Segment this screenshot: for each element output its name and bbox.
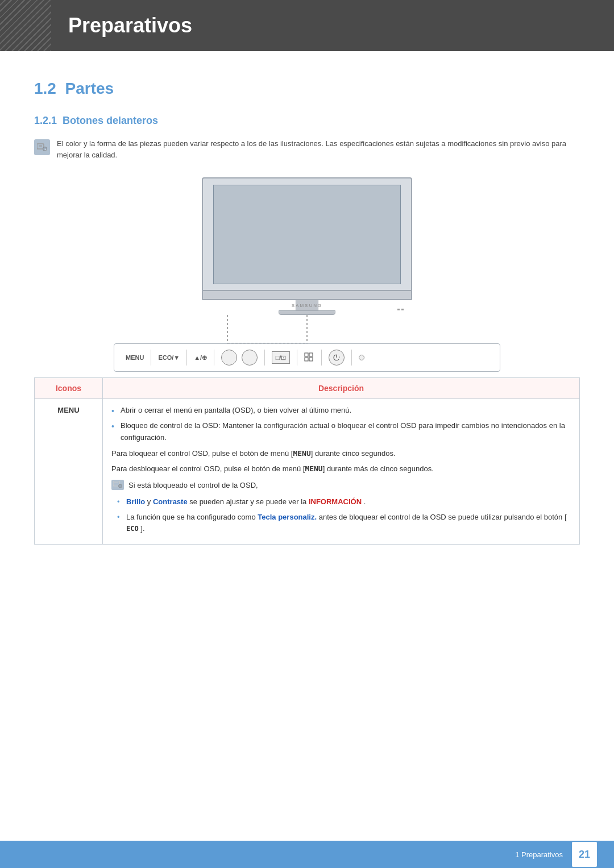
circle-button-1[interactable]	[221, 350, 237, 366]
svg-rect-11	[309, 358, 313, 361]
table-header-icons: Iconos	[35, 378, 103, 399]
description-table: Iconos Descripción MENU Abrir o cerrar e…	[34, 377, 580, 545]
svg-text:✎: ✎	[44, 148, 47, 151]
power-button[interactable]	[329, 350, 345, 366]
up-button-label: ▲/⊕	[194, 354, 207, 362]
note-icon: ✎	[34, 139, 50, 155]
separator5	[297, 350, 297, 366]
contraste-text: Contraste	[153, 497, 188, 506]
sub-bullet-item-2: La función que se ha configurado como Te…	[117, 512, 571, 535]
svg-rect-10	[305, 358, 308, 361]
grid-button[interactable]	[304, 352, 314, 363]
chapter-title: Preparativos	[68, 14, 192, 38]
separator1	[151, 350, 151, 366]
circle-button-2[interactable]	[242, 350, 258, 366]
bullet-item-2: Bloqueo de control de la OSD: Mantener l…	[111, 420, 571, 444]
tecla-personaliz-text: Tecla personaliz.	[258, 513, 317, 521]
separator4	[264, 350, 265, 366]
bullet-list-1: Abrir o cerrar el menú en pantalla (OSD)…	[111, 405, 571, 443]
separator2	[186, 350, 187, 366]
connector-area	[114, 315, 500, 343]
button-bar: MENU ECO/▼ ▲/⊕ □/⊡	[114, 343, 500, 372]
text-block-1: Para bloquear el control OSD, pulse el b…	[111, 448, 571, 460]
menu-icon-cell: MENU	[35, 399, 103, 545]
subsection-title: 1.2.1 Botones delanteros	[34, 115, 580, 127]
footer-page-number: 21	[572, 842, 597, 867]
note-box: ✎ El color y la forma de las piezas pued…	[34, 138, 580, 160]
sub-bullet-item-1: Brillo y Contraste se pueden ajustar y s…	[117, 496, 571, 508]
note-text: El color y la forma de las piezas pueden…	[57, 138, 580, 160]
eco-button-label: ECO/▼	[158, 354, 180, 361]
separator3	[214, 350, 214, 366]
svg-point-17	[119, 484, 122, 488]
inline-note: Si está bloqueado el control de la OSD,	[111, 480, 571, 492]
table-header-description: Descripción	[103, 378, 580, 399]
menu-icon-text: MENU	[57, 406, 79, 414]
brillo-text: Brillo	[126, 497, 145, 506]
separator6	[321, 350, 322, 366]
bullet-item-1: Abrir o cerrar el menú en pantalla (OSD)…	[111, 405, 571, 417]
svg-rect-8	[305, 353, 308, 356]
chapter-header: 1 Preparativos	[0, 0, 614, 51]
table-row: MENU Abrir o cerrar el menú en pantalla …	[35, 399, 580, 545]
section-title: 1.2 Partes	[34, 80, 580, 98]
footer-section-text: 1 Preparativos	[515, 850, 563, 859]
chapter-number: 1	[0, 0, 51, 51]
monitor-diagram: SAMSUNG	[34, 177, 580, 372]
square-button[interactable]: □/⊡	[272, 351, 290, 364]
text-block-2: Para desbloquear el control OSD, pulse e…	[111, 463, 571, 475]
menu-button-label: MENU	[126, 354, 144, 361]
led-indicator	[359, 355, 364, 360]
svg-rect-9	[309, 353, 313, 356]
menu-description-cell: Abrir o cerrar el menú en pantalla (OSD)…	[103, 399, 580, 545]
svg-rect-14	[113, 481, 119, 486]
sub-bullet-list: Brillo y Contraste se pueden ajustar y s…	[117, 496, 571, 535]
eco-text: ECO	[126, 525, 139, 533]
inline-note-text: Si está bloqueado el control de la OSD,	[128, 480, 258, 492]
main-content: 1.2 Partes 1.2.1 Botones delanteros ✎ El…	[0, 51, 614, 590]
separator7	[351, 350, 352, 366]
informacion-text: INFORMACIÓN	[309, 497, 362, 506]
inline-note-icon	[111, 480, 124, 490]
footer: 1 Preparativos 21	[0, 841, 614, 868]
